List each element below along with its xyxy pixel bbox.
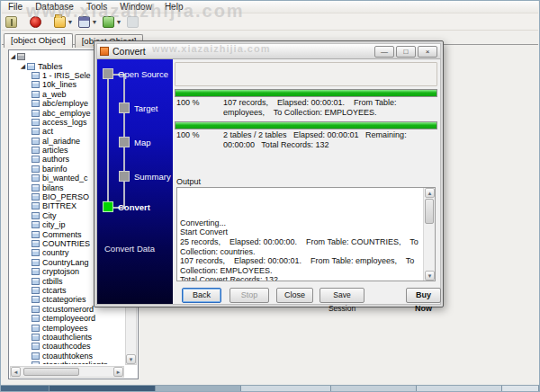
open-session-icon [54,16,66,28]
table-icon [32,165,40,173]
scroll-right-icon[interactable]: ► [113,367,123,377]
table-icon [32,212,40,219]
table-icon [32,138,40,145]
table-icon [32,72,40,79]
menu-item[interactable]: Help [158,1,190,13]
toolbar-button[interactable]: ▼ [77,15,99,29]
scroll-down-icon[interactable]: ▼ [126,354,136,364]
table-icon [32,287,40,294]
document-tab[interactable]: [object Object] [4,33,73,48]
step-marker-icon [119,102,130,113]
total-progress-percent: 100 % [176,130,223,149]
menu-bar: FileDatabaseToolsWindowHelp [2,1,538,13]
menu-item[interactable]: File [2,1,29,13]
output-line: 25 records, Elapsed: 00:00:00. From Tabl… [180,237,421,256]
wizard-steps-sidebar: Open Source Target Map [97,59,173,304]
table-icon [32,184,40,192]
table-icon [32,343,40,350]
table-icon [32,296,40,303]
dropdown-caret-icon[interactable]: ▼ [67,19,74,25]
step-marker-icon [119,137,130,147]
output-line: Start Convert [180,227,421,237]
export-wizard-icon [78,16,90,28]
table-progress-bar [175,89,437,97]
wizard-step: Open Source [103,68,168,79]
table-icon [32,325,40,332]
expander-icon[interactable]: ◢ [19,63,27,70]
toolbar-button[interactable]: ▼ [53,15,75,29]
buy-now-button[interactable]: Buy Now [406,288,441,303]
wizard-step: Summary [119,171,171,182]
tree-table-item[interactable]: ctoauthcodes [9,342,124,351]
scroll-up-icon[interactable]: ▲ [425,188,435,198]
expander-icon[interactable]: ◢ [9,53,17,60]
table-icon [32,174,40,182]
table-icon [32,259,40,266]
dropdown-caret-icon[interactable]: ▼ [91,19,98,25]
step-connector-line [107,74,109,209]
back-button[interactable]: Back [182,288,221,303]
database-icon [17,53,25,60]
menu-item[interactable]: Tools [80,1,113,13]
table-icon [32,231,40,238]
scroll-down-icon[interactable]: ▼ [425,271,435,281]
table-icon [32,278,40,285]
dialog-app-icon [100,47,109,56]
output-line: Converting... [180,218,421,228]
wizard-step: Target [119,102,158,113]
tree-table-item[interactable]: ctoauthclients [9,333,124,342]
table-icon [32,119,40,126]
table-icon [32,156,40,163]
tree-table-item[interactable]: ctemployees [9,323,124,332]
dialog-title-bar[interactable]: Convert — □ × [96,43,441,59]
taskbar-segment [156,386,241,391]
toolbar-button[interactable] [126,15,148,29]
table-icon [32,193,40,200]
output-line: 107 records, Elapsed: 00:00:01. From Tab… [180,256,421,275]
dropdown-caret-icon[interactable]: ▼ [115,19,122,25]
output-log[interactable]: Converting...Start Convert25 records, El… [176,187,436,281]
convert-wizard-icon [103,16,114,28]
step-marker-icon [103,68,113,79]
table-icon [32,361,40,364]
step-marker-icon [119,171,130,182]
table-icon [32,221,40,228]
taskbar-strip [1,385,539,391]
toolbar-button[interactable]: ▼ [102,15,123,29]
connect-icon [5,16,17,28]
table-icon [32,306,40,313]
step-marker-icon [103,201,113,212]
toolbar-button[interactable] [4,15,26,29]
menu-item[interactable]: Window [113,1,158,13]
taskbar-segment [331,386,417,391]
close-dialog-button[interactable]: Close [276,288,313,303]
wizard-step: Convert [103,201,150,212]
hscroll-thumb[interactable] [23,368,79,376]
taskbar-segment [241,386,331,391]
output-scrollbar[interactable]: ▲ ▼ [423,188,435,281]
tree-table-item[interactable]: ctemployeeord [9,314,124,323]
tree-table-item[interactable]: ctoauthuserclients [9,361,124,364]
table-icon [32,100,40,107]
table-icon [32,268,40,275]
tree-horizontal-scrollbar[interactable]: ◄ ► [10,366,124,378]
table-progress-percent: 100 % [176,98,223,117]
toolbar-button[interactable] [29,15,50,29]
message-panel [175,62,437,86]
output-label: Output [176,177,201,186]
table-icon [32,128,40,135]
tables-folder-icon [27,63,35,70]
close-button[interactable]: × [418,46,437,58]
dialog-title: Convert [112,46,146,57]
tree-table-item[interactable]: ctoauthtokens [9,352,124,361]
app-window: FileDatabaseToolsWindowHelp ▼ ▼ [0,0,540,392]
total-progress-bar [175,121,437,129]
output-scroll-thumb[interactable] [425,199,434,224]
scroll-left-icon[interactable]: ◄ [11,367,21,377]
menu-item[interactable]: Database [29,1,80,13]
convert-content: 100 % 107 records, Elapsed: 00:00:01. Fr… [173,59,440,304]
minimize-button[interactable]: — [374,46,394,58]
table-icon [32,240,40,247]
maximize-button[interactable]: □ [396,46,416,58]
save-session-button[interactable]: Save Session [320,288,364,303]
